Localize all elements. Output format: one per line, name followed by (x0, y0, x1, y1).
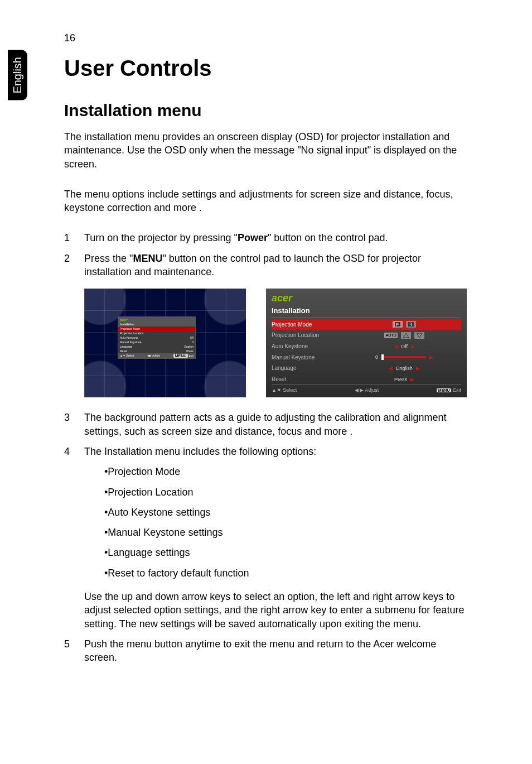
osd-row-auto-keystone: Auto Keystone ◀ Off ▶ (272, 341, 461, 352)
step-number: 1 (64, 231, 84, 244)
right-arrow-icon: ▶ (411, 344, 415, 349)
figure-row: acer Installation Projection Mode Projec… (84, 289, 468, 397)
step-bold: Power (238, 232, 268, 243)
osd-title: Installation (118, 322, 195, 326)
step-4: 4 The Installation menu includes the fol… (64, 445, 468, 631)
step-text-pre: Turn on the projector by pressing " (84, 232, 238, 243)
osd-label: Manual Keystone (272, 354, 344, 361)
acer-logo: acer (118, 317, 195, 322)
bullet-language: •Language settings (104, 546, 468, 559)
footer-adjust: ◀ ▶ Adjust (355, 387, 379, 393)
osd-mini-panel: acer Installation Projection Mode Projec… (118, 316, 196, 359)
osd-row-language: LanguageEnglish (118, 344, 195, 349)
step-bold: MENU (133, 253, 162, 264)
heading-installation-menu: Installation menu (64, 101, 468, 120)
footer-select: ▲▼ Select (272, 387, 297, 393)
svg-text:F: F (396, 322, 399, 327)
step-text: The Installation menu includes the follo… (84, 446, 316, 457)
bullet-projection-location: •Projection Location (104, 486, 468, 499)
bullet-auto-keystone: •Auto Keystone settings (104, 506, 468, 519)
osd-label: Projection Location (272, 332, 344, 338)
intro-paragraph-1: The installation menu provides an onscre… (64, 130, 468, 171)
step-3: 3 The background pattern acts as a guide… (64, 411, 468, 438)
svg-text:ꟻ: ꟻ (409, 322, 412, 327)
step-number: 5 (64, 637, 84, 665)
osd-value: 0 (375, 354, 378, 360)
auto-badge: AUTO (384, 333, 398, 338)
osd-row-reset: Reset Press ▶ (272, 374, 461, 385)
step-tail-text: Use the up and down arrow keys to select… (84, 591, 464, 630)
step-number: 3 (64, 411, 84, 438)
osd-row-manual-keystone: Manual Keystone 0 ▶ (272, 352, 461, 363)
osd-row-projection-mode: Projection Mode F ꟻ (272, 319, 461, 330)
intro-paragraph-2: The menu options include settings and ad… (64, 188, 468, 215)
step-number: 2 (64, 252, 84, 279)
right-arrow-icon: ▶ (410, 377, 414, 382)
osd-row-manual-keystone: Manual Keystone0 (118, 340, 195, 344)
osd-row-auto-keystone: Auto KeystoneOff (118, 335, 195, 340)
bullet-projection-mode: •Projection Mode (104, 465, 468, 478)
svg-marker-4 (403, 333, 409, 338)
step-2: 2 Press the "MENU" button on the control… (64, 252, 468, 279)
osd-row-reset: ResetPress (118, 349, 195, 353)
step-text: Push the menu button anytime to exit the… (84, 637, 468, 665)
osd-label: Auto Keystone (272, 343, 344, 349)
page-content: User Controls Installation menu The inst… (0, 0, 532, 705)
step-text: The background pattern acts as a guide t… (84, 411, 468, 438)
osd-title: Installation (272, 306, 461, 318)
osd-row-projection-location: Projection Location AUTO (272, 330, 461, 341)
osd-footer: ▲▼ Select ◀▶ Adjust MENU Exit (118, 353, 195, 358)
step-number: 4 (64, 445, 84, 631)
osd-row-projection-mode: Projection Mode (118, 326, 195, 331)
options-bullet-list: •Projection Mode •Projection Location •A… (84, 465, 468, 580)
footer-exit: MENU Exit (437, 387, 461, 393)
step-text-post: " button on the control pad. (268, 232, 388, 243)
page-number: 16 (64, 32, 75, 44)
osd-label: Language (272, 365, 344, 371)
osd-value: Press (394, 377, 407, 382)
osd-panel: acer Installation Projection Mode F ꟻ Pr… (266, 289, 467, 397)
calibration-grid-figure: acer Installation Projection Mode Projec… (84, 289, 246, 397)
bullet-manual-keystone: •Manual Keystone settings (104, 526, 468, 539)
osd-value: Off (401, 344, 408, 349)
language-tab: English (8, 50, 27, 100)
step-5: 5 Push the menu button anytime to exit t… (64, 637, 468, 665)
osd-row-language: Language ◀ English ▶ (272, 363, 461, 374)
step-1: 1 Turn on the projector by pressing "Pow… (64, 231, 468, 244)
right-arrow-icon: ▶ (429, 354, 433, 360)
osd-row-projection-location: Projection Location (118, 331, 195, 335)
osd-footer: ▲▼ Select ◀ ▶ Adjust MENU Exit (272, 385, 461, 393)
right-arrow-icon: ▶ (416, 366, 420, 371)
steps-list-continued: 3 The background pattern acts as a guide… (64, 411, 468, 664)
left-arrow-icon: ◀ (394, 344, 398, 349)
rear-projection-icon: ꟻ (406, 321, 416, 328)
left-arrow-icon: ◀ (389, 366, 393, 371)
steps-list: 1 Turn on the projector by pressing "Pow… (64, 231, 468, 278)
acer-logo: acer (272, 293, 461, 303)
osd-value: English (396, 366, 413, 371)
table-front-icon (401, 332, 411, 339)
front-projection-icon: F (393, 321, 403, 328)
step-text-pre: Press the " (84, 253, 133, 264)
svg-marker-5 (417, 333, 422, 338)
heading-user-controls: User Controls (64, 56, 468, 81)
osd-label: Projection Mode (272, 321, 344, 328)
osd-label: Reset (272, 376, 344, 382)
ceiling-front-icon (414, 332, 424, 339)
keystone-slider (381, 356, 426, 358)
bullet-reset: •Reset to factory default function (104, 566, 468, 580)
